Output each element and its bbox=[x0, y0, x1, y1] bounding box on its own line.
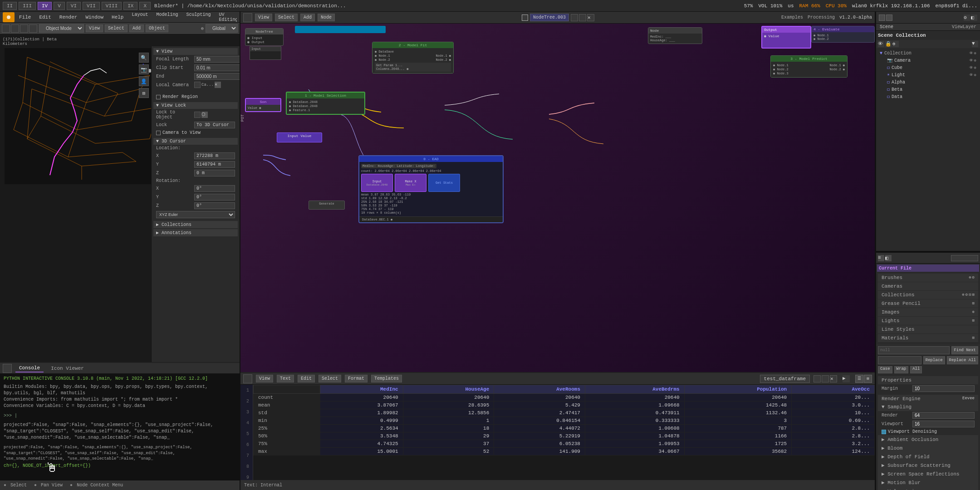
local-camera-toggle[interactable] bbox=[194, 82, 201, 88]
tree-icon-2[interactable]: 🔒 bbox=[885, 41, 892, 47]
wrap-btn[interactable]: Wrap bbox=[894, 366, 909, 373]
replace-input[interactable] bbox=[878, 356, 921, 364]
df-view-btn[interactable]: View bbox=[256, 375, 273, 382]
tool-icon-3[interactable] bbox=[20, 24, 28, 33]
blender-logo[interactable] bbox=[3, 12, 15, 22]
node-predict[interactable]: 3 - Model Predict ◉ Node.1Node.1 ◉ ◉ Nod… bbox=[770, 55, 848, 78]
person-icon[interactable]: 👤 bbox=[139, 76, 149, 86]
materials-section[interactable]: Materials ⊞ bbox=[878, 334, 978, 342]
tree-item-alpha[interactable]: ◻ Alpha bbox=[885, 78, 978, 86]
node-purple-input[interactable]: Input Value bbox=[277, 132, 322, 142]
tool-icon-4[interactable] bbox=[29, 24, 37, 33]
add-btn[interactable]: Add bbox=[129, 24, 144, 32]
lock-value[interactable]: To 3D Cursor bbox=[194, 122, 235, 128]
df-close-btn[interactable]: ✕ bbox=[830, 375, 837, 382]
df-edit-btn[interactable]: Edit bbox=[298, 375, 315, 382]
focal-length-input[interactable] bbox=[194, 56, 240, 63]
zoom-icon[interactable]: 🔍 bbox=[139, 53, 149, 63]
ssr-header[interactable]: ▶ Screen Space Reflections bbox=[878, 470, 978, 478]
volumetrics-header[interactable]: ▶ Volumetrics bbox=[878, 487, 978, 490]
brushes-section[interactable]: Brushes ⊕ ⚙ bbox=[878, 274, 978, 282]
ead-inner-node3[interactable]: Get Stats bbox=[428, 174, 460, 192]
tree-filter-icon[interactable]: ▼ bbox=[972, 41, 978, 47]
df-tab-name[interactable]: test_dataframe bbox=[760, 375, 810, 383]
clip-start-input[interactable] bbox=[194, 64, 240, 71]
icon-viewer-tab[interactable]: Icon Viewer bbox=[47, 365, 88, 372]
bloom-header[interactable]: ▶ Bloom bbox=[878, 444, 978, 452]
node-topleft[interactable]: NodeTree ◉ Input ◉ Output bbox=[245, 28, 284, 46]
df-list-view[interactable]: ☰ bbox=[855, 375, 863, 383]
all-btn[interactable]: All bbox=[910, 366, 922, 373]
images-section[interactable]: Images ⊕ bbox=[878, 308, 978, 316]
collections-row[interactable]: ▶ Collections bbox=[153, 221, 238, 228]
df-text-btn[interactable]: Text bbox=[277, 375, 294, 382]
sampling-header[interactable]: ▼ Sampling bbox=[878, 403, 978, 411]
tab-X[interactable]: X bbox=[139, 2, 151, 10]
menu-edit[interactable]: Edit bbox=[35, 14, 54, 21]
dof-header[interactable]: ▶ Depth of Field bbox=[878, 452, 978, 461]
transform-dropdown[interactable]: Global bbox=[206, 24, 238, 33]
motionblur-header[interactable]: ▶ Motion Blur bbox=[878, 478, 978, 487]
ne-sort-icon[interactable] bbox=[522, 15, 528, 21]
rp-scene-icon[interactable]: ⚙ bbox=[964, 15, 970, 21]
menu-window[interactable]: Window bbox=[82, 14, 107, 21]
ws-uv[interactable]: UV Editing bbox=[215, 11, 237, 23]
cursor-header[interactable]: ▼ 3D Cursor bbox=[153, 138, 238, 145]
viewport-samples-input[interactable] bbox=[912, 421, 975, 427]
replace-all-btn[interactable]: Replace All bbox=[947, 356, 978, 364]
menu-help[interactable]: Help bbox=[108, 14, 127, 21]
node-topright1[interactable]: Node MedInc: ___ HouseAge: ___ bbox=[648, 27, 702, 44]
local-camera-icon[interactable]: ✕ bbox=[215, 82, 221, 88]
node-purple-top[interactable]: Output ◉ Value bbox=[761, 26, 811, 49]
ead-inner-node2[interactable]: Make X Max E+ bbox=[395, 174, 426, 192]
pi-1[interactable]: ≡ bbox=[878, 255, 884, 261]
tree-item-camera[interactable]: 📷 Camera 👁 ⊕ bbox=[885, 57, 978, 64]
ne-tree-name[interactable]: NodeTree.003 bbox=[530, 14, 569, 21]
node-canvas[interactable]: NodeTree ◉ Input ◉ Output Node MedInc: _… bbox=[240, 24, 875, 372]
end-input[interactable] bbox=[194, 73, 240, 80]
ne-node-btn[interactable]: Node bbox=[318, 14, 335, 21]
lights-section[interactable]: Lights ⊞ bbox=[878, 317, 978, 325]
rp-icon-2[interactable] bbox=[886, 15, 892, 21]
tree-icon-1[interactable]: 👁 bbox=[878, 41, 884, 47]
df-select-btn[interactable]: Select bbox=[318, 375, 341, 382]
tab-VIII[interactable]: VIII bbox=[102, 2, 122, 10]
linestyles-section[interactable]: Line Styles bbox=[878, 325, 978, 333]
cyan-bar-node[interactable] bbox=[295, 26, 386, 33]
df-templates-btn[interactable]: Templates bbox=[371, 375, 402, 382]
node-son[interactable]: Son Value ◉ bbox=[245, 98, 281, 112]
tab-IV[interactable]: IV bbox=[38, 2, 52, 10]
ws-modeling[interactable]: Modeling bbox=[152, 11, 181, 23]
tool-icon-1[interactable] bbox=[2, 24, 10, 33]
collections-section[interactable]: Collections ⊕ ⚙ ⊟ ⊞ bbox=[878, 291, 978, 299]
df-menu-icon[interactable] bbox=[243, 374, 252, 383]
small-node-1[interactable]: Input bbox=[250, 46, 281, 60]
props-search-input[interactable] bbox=[951, 255, 978, 261]
df-grid-view[interactable]: ⊞ bbox=[864, 375, 872, 383]
console-tab[interactable]: Console bbox=[15, 364, 44, 372]
view-section-header[interactable]: ▼ View bbox=[153, 48, 238, 55]
ne-icon-1[interactable] bbox=[571, 14, 578, 21]
tab-V[interactable]: V bbox=[54, 2, 65, 10]
ne-select-btn[interactable]: Select bbox=[275, 14, 298, 21]
df-play-btn[interactable]: ▶ bbox=[843, 375, 850, 382]
tree-item-data[interactable]: ◻ Data bbox=[885, 93, 978, 100]
render-region-checkbox[interactable] bbox=[156, 95, 161, 99]
cameras-section[interactable]: Cameras bbox=[878, 282, 978, 290]
node-editor[interactable]: View Select Add Node NodeTree.003 ✕ Exam… bbox=[240, 12, 875, 372]
grid-icon[interactable]: ⊞ bbox=[139, 88, 149, 98]
ne-close-btn[interactable]: ✕ bbox=[587, 14, 594, 21]
ead-inner-node1[interactable]: Input DataSave.2048 bbox=[361, 174, 393, 192]
render-engine-section-hdr[interactable]: Render Engine Eevee bbox=[878, 395, 978, 403]
grease-section[interactable]: Grease Pencil ⊞ bbox=[878, 299, 978, 308]
node-bottom-small[interactable]: Generate bbox=[309, 201, 345, 210]
tree-item-beta[interactable]: ◻ Beta bbox=[885, 86, 978, 93]
console-menu-icon[interactable] bbox=[3, 364, 12, 373]
df-format-btn[interactable]: Format bbox=[345, 375, 368, 382]
select-btn[interactable]: Select bbox=[105, 24, 127, 32]
view-btn[interactable]: View bbox=[86, 24, 103, 32]
lock-to-obj-btn[interactable]: ⬡ bbox=[201, 112, 208, 118]
ws-sculpting[interactable]: Sculpting bbox=[182, 11, 214, 23]
denoising-checkbox[interactable] bbox=[882, 430, 886, 434]
margin-input[interactable] bbox=[912, 385, 975, 392]
